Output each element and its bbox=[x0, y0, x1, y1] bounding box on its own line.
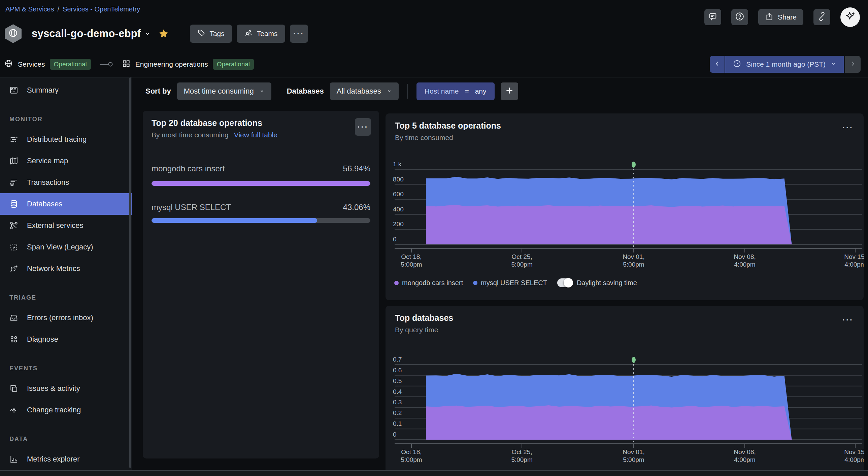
top5-stacked-area-chart[interactable]: 02004006008001 kOct 18,5:00pmOct 25,5:00… bbox=[385, 161, 864, 274]
help-icon bbox=[735, 11, 745, 23]
daylight-saving-toggle[interactable] bbox=[557, 278, 573, 287]
sidebar-item-diagnose[interactable]: Diagnose bbox=[0, 328, 132, 350]
top20-more-button[interactable]: ··· bbox=[355, 118, 371, 136]
transactions-icon bbox=[9, 178, 19, 187]
area-series[interactable] bbox=[426, 405, 792, 440]
top-databases-chart-subtitle: By query time bbox=[395, 326, 438, 334]
copy-link-button[interactable] bbox=[813, 9, 830, 25]
x-axis-label: 5:00pm bbox=[511, 456, 532, 463]
chat-icon bbox=[708, 12, 717, 23]
page-title: syscall-go-demo-ebpf bbox=[32, 28, 141, 40]
breadcrumb-separator: / bbox=[57, 5, 59, 13]
databases-dropdown[interactable]: All databases bbox=[330, 83, 399, 100]
teams-button[interactable]: Teams bbox=[237, 25, 285, 43]
y-axis-label: 0 bbox=[393, 431, 397, 438]
breadcrumb-link-services-opentelemetry[interactable]: Services - OpenTelemetry bbox=[63, 5, 140, 13]
toggle-knob bbox=[564, 278, 573, 287]
sidebar-item-transactions[interactable]: Transactions bbox=[0, 172, 132, 193]
help-button[interactable] bbox=[731, 9, 748, 25]
top5-database-operations-panel: Top 5 database operations By time consum… bbox=[385, 114, 864, 300]
sidebar-item-issues-activity[interactable]: Issues & activity bbox=[0, 378, 132, 399]
y-axis-label: 600 bbox=[393, 191, 404, 198]
sort-by-value: Most time consuming bbox=[184, 87, 254, 96]
sidebar-item-external-services[interactable]: External services bbox=[0, 215, 132, 236]
time-picker-prev-button[interactable] bbox=[710, 56, 725, 73]
filter-operator: = bbox=[465, 87, 469, 95]
top5-more-button[interactable]: ··· bbox=[842, 124, 854, 132]
sidebar-item-errors-inbox[interactable]: Errors (errors inbox) bbox=[0, 307, 132, 328]
diagnose-icon bbox=[9, 335, 19, 344]
sidebar-item-service-map[interactable]: Service map bbox=[0, 150, 132, 172]
sort-by-dropdown[interactable]: Most time consuming bbox=[177, 83, 271, 100]
sidebar-section-events: EVENTS bbox=[0, 361, 132, 375]
x-axis-label: Nov 01, bbox=[623, 253, 645, 260]
status-bar: Services Operational Engineering operati… bbox=[4, 57, 254, 72]
top-databases-more-button[interactable]: ··· bbox=[842, 316, 854, 324]
dst-marker-dot[interactable] bbox=[632, 357, 636, 363]
operation-label: mysql USER SELECT bbox=[152, 203, 231, 212]
x-axis-label: Oct 18, bbox=[401, 448, 422, 455]
service-hexagon-badge bbox=[5, 24, 22, 43]
x-axis-label: 4:00pm bbox=[844, 456, 864, 463]
tag-icon bbox=[197, 29, 206, 39]
sidebar-item-label: Service map bbox=[27, 157, 68, 165]
databases-icon bbox=[9, 199, 19, 209]
sidebar-item-distributed-tracing[interactable]: Distributed tracing bbox=[0, 129, 132, 150]
entity-switcher-chevron-down-icon[interactable] bbox=[144, 30, 151, 37]
clock-icon bbox=[733, 59, 741, 70]
time-picker-next-button[interactable] bbox=[845, 56, 861, 73]
databases-filter-label: Databases bbox=[287, 87, 324, 96]
services-globe-icon bbox=[4, 59, 13, 70]
breadcrumb-link-apm-services[interactable]: APM & Services bbox=[5, 5, 54, 13]
operation-bar bbox=[152, 218, 370, 223]
header-actions: Share bbox=[704, 7, 860, 27]
summary-icon bbox=[9, 86, 19, 95]
x-axis-label: 5:00pm bbox=[401, 261, 422, 268]
workload-status-label[interactable]: Engineering operations bbox=[135, 60, 208, 68]
sidebar-item-metrics-explorer[interactable]: Metrics explorer bbox=[0, 448, 132, 470]
sidebar-item-label: Summary bbox=[27, 86, 59, 95]
services-status-badge: Operational bbox=[50, 59, 91, 70]
sidebar-scrollbar[interactable] bbox=[129, 77, 131, 468]
top20-panel-title: Top 20 database operations bbox=[152, 118, 262, 128]
x-axis-label: 5:00pm bbox=[623, 456, 644, 463]
share-button[interactable]: Share bbox=[758, 9, 803, 25]
filter-divider bbox=[407, 84, 408, 99]
host-name-filter-chip[interactable]: Host name = any bbox=[416, 83, 495, 100]
y-axis-label: 0.2 bbox=[393, 409, 402, 416]
ai-assistant-button[interactable] bbox=[840, 7, 860, 27]
external-services-icon bbox=[9, 221, 19, 230]
title-more-button[interactable]: ··· bbox=[290, 25, 308, 43]
legend-item-mongodb[interactable]: mongodb cars insert bbox=[394, 279, 463, 287]
tags-button[interactable]: Tags bbox=[190, 25, 231, 43]
time-picker-dropdown[interactable]: Since 1 month ago (PST) bbox=[725, 56, 844, 73]
workload-grid-icon bbox=[122, 59, 131, 70]
favorite-star-icon[interactable] bbox=[158, 28, 169, 39]
relationship-connector-icon bbox=[99, 61, 114, 68]
y-axis-label: 0.6 bbox=[393, 367, 402, 374]
operation-label: mongodb cars insert bbox=[152, 164, 224, 173]
dst-marker-dot[interactable] bbox=[632, 162, 636, 168]
sidebar-item-summary[interactable]: Summary bbox=[0, 80, 132, 101]
x-axis-label: Nov 15, bbox=[844, 448, 864, 455]
add-filter-button[interactable] bbox=[501, 83, 518, 100]
top-databases-stacked-area-chart[interactable]: 00.10.20.30.40.50.60.7Oct 18,5:00pmOct 2… bbox=[385, 353, 864, 470]
network-metrics-icon bbox=[9, 264, 19, 273]
y-axis-label: 0.1 bbox=[393, 420, 402, 427]
x-axis-label: 5:00pm bbox=[401, 456, 422, 463]
view-full-table-link[interactable]: View full table bbox=[234, 131, 277, 139]
table-row[interactable]: mongodb cars insert 56.94% bbox=[152, 164, 370, 173]
ellipsis-icon: ··· bbox=[293, 30, 304, 38]
legend-item-mysql[interactable]: mysql USER SELECT bbox=[473, 279, 547, 287]
top5-chart-title: Top 5 database operations bbox=[395, 121, 501, 131]
share-button-label: Share bbox=[778, 13, 797, 21]
services-status-label[interactable]: Services bbox=[18, 60, 45, 68]
sidebar-item-databases[interactable]: Databases bbox=[0, 193, 132, 215]
sidebar-item-span-view-legacy[interactable]: Span View (Legacy) bbox=[0, 236, 132, 258]
top20-panel-subtitle: By most time consuming bbox=[152, 131, 228, 139]
sidebar-item-network-metrics[interactable]: Network Metrics bbox=[0, 258, 132, 279]
area-series[interactable] bbox=[426, 205, 792, 244]
table-row[interactable]: mysql USER SELECT 43.06% bbox=[152, 203, 370, 212]
feedback-button[interactable] bbox=[704, 9, 721, 25]
sidebar-item-change-tracking[interactable]: Change tracking bbox=[0, 399, 132, 421]
